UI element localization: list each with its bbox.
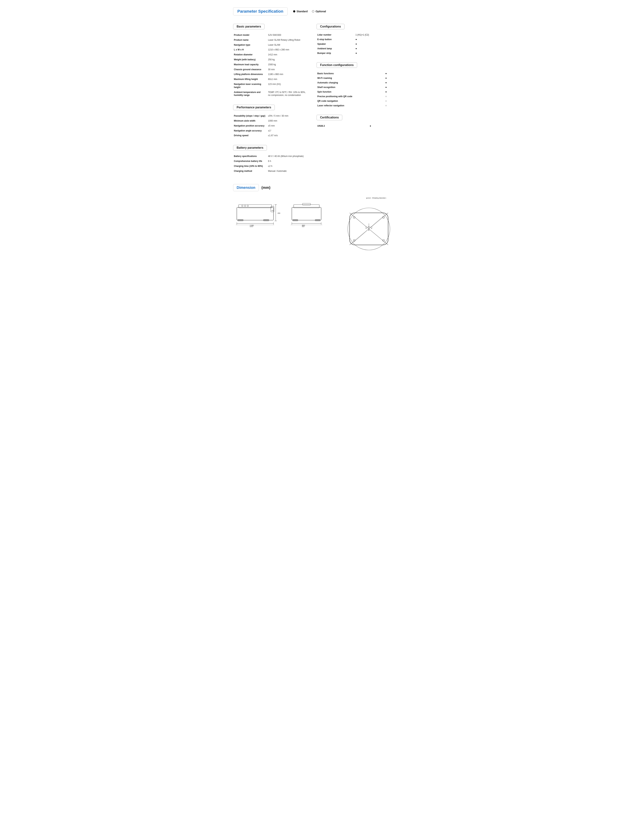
param-value: TEMP: 0℃ to 50℃ / RH: 10% to 90%, no com… <box>267 90 307 98</box>
param-value: 1500 kg <box>267 62 307 67</box>
table-row: Lifting platform dimensions1180 x 860 mm <box>233 72 307 77</box>
func-label: Precise positioning with QR code <box>317 94 383 99</box>
param-label: Chassis ground clearance <box>233 67 267 72</box>
table-row: Minimum aisle width1000 mm <box>233 119 307 123</box>
function-configs-heading: Function configurations <box>317 62 357 68</box>
page-title: Parameter Specification <box>237 9 283 14</box>
func-label: Shelf recognition <box>317 85 383 89</box>
side-view-diagram: 860 892 <box>288 196 329 228</box>
function-configs-section: Function configurations Basic functionsW… <box>317 60 391 108</box>
circular-view-diagram: φ1412（Rotating diameter） <box>336 196 398 253</box>
table-row: L x W x H1210 x 892 x 280 mm <box>233 47 307 52</box>
svg-point-3 <box>244 205 246 207</box>
table-row: Navigation typeLaser SLAM <box>233 43 307 48</box>
param-label: Product name <box>233 38 267 43</box>
table-row: Wi-Fi roaming <box>317 76 391 80</box>
func-value <box>383 71 391 76</box>
func-label: Laser reflector navigation <box>317 103 383 108</box>
dimension-section: Dimension (mm) <box>233 184 391 253</box>
func-value <box>383 94 391 99</box>
param-label: L x W x H <box>233 47 267 52</box>
table-row: Driving speed≤1.67 m/s <box>233 133 307 138</box>
param-label: Battery specifications <box>233 154 267 159</box>
table-row: Navigation angle accuracy±1° <box>233 128 307 133</box>
svg-point-43 <box>369 226 369 227</box>
config-label: Speaker <box>317 42 354 46</box>
certifications-heading: Certifications <box>317 115 342 120</box>
param-value: Laser SLAM <box>267 43 307 48</box>
param-label: Minimum aisle width <box>233 119 267 123</box>
dimension-header: Dimension (mm) <box>233 184 391 191</box>
svg-point-42 <box>366 228 366 229</box>
circular-view-svg: φ1412（Rotating diameter） <box>336 196 398 253</box>
table-row: Battery specifications48 V / 40 Ah (lith… <box>233 154 307 159</box>
main-content: Basic parameters Product modelSJV-SW1500… <box>233 22 391 179</box>
param-label: Rotation diameter <box>233 52 267 57</box>
svg-rect-7 <box>263 219 269 221</box>
param-value: Manual / Automatic <box>267 169 307 174</box>
table-row: Product modelSJV-SW1500 <box>233 32 307 38</box>
config-label: E-stop button <box>317 37 354 42</box>
battery-params-heading: Battery parameters <box>233 145 267 151</box>
table-row: Precise positioning with QR code <box>317 94 391 99</box>
svg-rect-24 <box>315 219 320 221</box>
config-label: Bumper strip <box>317 51 354 55</box>
param-label: Navigation angle accuracy <box>233 128 267 133</box>
func-value <box>383 76 391 80</box>
param-value: 1210 x 892 x 280 mm <box>267 47 307 52</box>
param-value: ≤1.67 m/s <box>267 133 307 138</box>
battery-params-table: Battery specifications48 V / 40 Ah (lith… <box>233 154 307 173</box>
diagrams-row: 280 245 1180 1210 <box>233 196 391 253</box>
basic-params-heading: Basic parameters <box>233 24 264 29</box>
table-row: Ambient temperature and humidity rangeTE… <box>233 90 307 98</box>
param-value: 6 h <box>267 159 307 164</box>
svg-rect-23 <box>293 219 298 221</box>
param-value: 1180 x 860 mm <box>267 72 307 77</box>
config-value <box>354 42 391 46</box>
param-label: Maximum load capacity <box>233 62 267 67</box>
legend-optional-label: Optional <box>315 10 326 13</box>
svg-text:φ1412（Rotating diameter）: φ1412（Rotating diameter） <box>366 197 387 199</box>
config-value <box>354 51 391 55</box>
table-row: QR code navigation <box>317 99 391 103</box>
param-value: 48 V / 40 Ah (lithium iron phosphate) <box>267 154 307 159</box>
func-label: Spin function <box>317 89 383 94</box>
configurations-section: Configurations Lidar number1 (H1)+1 (C2)… <box>317 22 391 55</box>
param-label: Navigation type <box>233 43 267 48</box>
param-label: Driving speed <box>233 133 267 138</box>
param-label: Weight (with battery) <box>233 57 267 62</box>
table-row: Product nameLaser SLAM Rotary Lifting Ro… <box>233 38 307 43</box>
table-row: Ambient lamp <box>317 46 391 51</box>
svg-point-2 <box>242 205 243 207</box>
param-value: 60±1 mm <box>267 77 307 82</box>
performance-params-table: Passability (slope / step / gap)≤5% / 5 … <box>233 114 307 138</box>
dimension-title: Dimension <box>236 185 255 190</box>
function-configs-table: Basic functionsWi-Fi roamingAutomatic ch… <box>317 71 391 108</box>
front-view-svg: 280 245 1180 1210 <box>233 196 281 228</box>
param-label: Navigation position accuracy <box>233 123 267 128</box>
table-row: Bumper strip <box>317 51 391 55</box>
table-row: Shelf recognition <box>317 85 391 89</box>
configurations-table: Lidar number1 (H1)+1 (C2)E-stop buttonSp… <box>317 32 391 55</box>
param-value: ≤5% / 5 mm / 30 mm <box>267 114 307 119</box>
left-column: Basic parameters Product modelSJV-SW1500… <box>233 22 307 179</box>
dimension-title-box: Dimension <box>233 184 259 191</box>
svg-text:245: 245 <box>271 210 274 211</box>
right-column: Configurations Lidar number1 (H1)+1 (C2)… <box>317 22 391 179</box>
svg-text:1210: 1210 <box>250 226 253 228</box>
func-value <box>383 80 391 85</box>
func-label: Automatic charging <box>317 80 383 85</box>
param-label: Charging time (10% to 80%) <box>233 164 267 169</box>
svg-rect-0 <box>237 207 273 220</box>
table-row: Speaker <box>317 42 391 46</box>
config-value <box>354 37 391 42</box>
func-label: Basic functions <box>317 71 383 76</box>
table-row: Lidar number1 (H1)+1 (C2) <box>317 32 391 37</box>
legend-standard: Standard <box>293 10 308 13</box>
legend-standard-label: Standard <box>297 10 308 13</box>
param-label: Product model <box>233 32 267 38</box>
performance-params-heading: Performance parameters <box>233 105 275 110</box>
param-value: Laser SLAM Rotary Lifting Robot <box>267 38 307 43</box>
param-value: 30 mm <box>267 67 307 72</box>
optional-dot-icon <box>312 10 314 12</box>
